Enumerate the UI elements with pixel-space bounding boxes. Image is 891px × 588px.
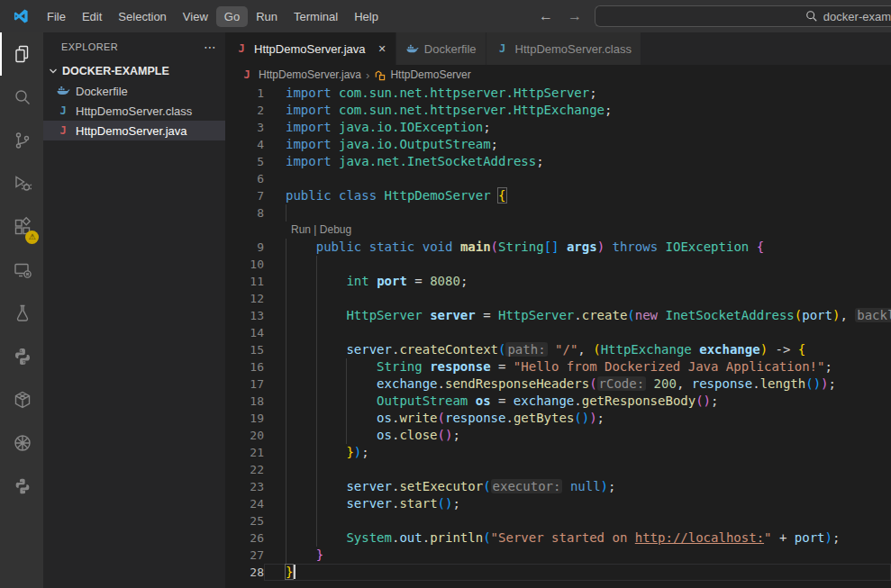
line-number[interactable]: 22 (225, 461, 264, 478)
code-line-content[interactable] (264, 324, 891, 341)
code-line[interactable]: 8 (225, 204, 891, 222)
code-line[interactable]: 21 }); (225, 444, 891, 461)
code-line-content[interactable]: import java.io.OutputStream; (264, 136, 891, 153)
code-line[interactable]: 1import com.sun.net.httpserver.HttpServe… (225, 85, 891, 102)
code-line[interactable]: 2import com.sun.net.httpserver.HttpExcha… (225, 102, 891, 119)
line-number[interactable]: 19 (225, 410, 264, 427)
python-env-icon[interactable] (0, 465, 43, 508)
code-line-content[interactable]: import com.sun.net.httpserver.HttpExchan… (264, 102, 891, 119)
file-httpdemoserver-class[interactable]: J HttpDemoServer.class (43, 101, 225, 121)
code-line-content[interactable]: import java.net.InetSocketAddress; (264, 153, 891, 170)
python-icon[interactable] (0, 335, 43, 378)
run-and-debug-icon[interactable] (0, 162, 43, 205)
line-number[interactable]: 24 (225, 495, 264, 512)
code-line-content[interactable] (264, 290, 891, 307)
code-line[interactable]: 19 os.write(response.getBytes()); (225, 410, 891, 427)
code-line[interactable]: 11 int port = 8080; (225, 273, 891, 290)
code-line-content[interactable]: } (264, 564, 891, 581)
code-line-content[interactable]: }); (264, 444, 891, 461)
line-number[interactable]: 25 (225, 512, 264, 529)
line-number[interactable]: 12 (225, 290, 264, 307)
code-line-content[interactable]: server.start(); (264, 495, 891, 512)
line-number[interactable]: 15 (225, 341, 264, 358)
line-number[interactable]: 2 (225, 102, 264, 119)
tab-httpdemoserver-class[interactable]: J HttpDemoServer.class (486, 32, 641, 65)
tab-dockerfile[interactable]: Dockerfile (396, 32, 486, 65)
code-line[interactable]: 7public class HttpDemoServer { (225, 187, 891, 204)
code-line[interactable]: 5import java.net.InetSocketAddress; (225, 153, 891, 170)
code-line-content[interactable]: int port = 8080; (264, 273, 891, 290)
line-number[interactable]: 6 (225, 170, 264, 187)
explorer-icon[interactable] (0, 32, 43, 76)
code-line[interactable]: 18 OutputStream os = exchange.getRespons… (225, 393, 891, 410)
more-actions-icon[interactable]: ⋯ (204, 40, 216, 54)
line-number[interactable]: 8 (225, 204, 264, 222)
code-line-content[interactable]: server.setExecutor(executor: null); (264, 478, 891, 495)
extensions-icon[interactable]: ⚠ (0, 205, 43, 249)
line-number[interactable]: 9 (225, 239, 264, 256)
codelens-run-debug[interactable]: Run | Debug (291, 222, 351, 239)
breadcrumb-file[interactable]: HttpDemoServer.java (259, 68, 361, 81)
code-line-content[interactable]: } (264, 547, 891, 564)
code-line[interactable]: 28} (225, 564, 891, 581)
code-line[interactable]: 10 (225, 256, 891, 273)
line-number[interactable]: 5 (225, 153, 264, 170)
menu-help[interactable]: Help (346, 6, 386, 27)
code-line[interactable]: 3import java.io.IOException; (225, 119, 891, 136)
line-number[interactable]: 27 (225, 547, 264, 564)
forward-arrow-icon[interactable]: → (568, 8, 582, 24)
line-number[interactable]: 13 (225, 307, 264, 324)
code-area[interactable]: 1import com.sun.net.httpserver.HttpServe… (225, 85, 891, 588)
codelens-row[interactable]: Run | Debug (225, 222, 891, 239)
line-number[interactable]: 18 (225, 393, 264, 410)
code-line-content[interactable]: public static void main(String[] args) t… (264, 239, 891, 256)
code-line[interactable]: 9 public static void main(String[] args)… (225, 239, 891, 256)
code-line-content[interactable] (264, 204, 891, 222)
source-control-icon[interactable] (0, 119, 43, 162)
line-number[interactable]: 26 (225, 529, 264, 547)
menu-selection[interactable]: Selection (110, 6, 174, 27)
code-line-content[interactable]: String response = "Hello from Dockerized… (264, 358, 891, 375)
code-line-content[interactable] (264, 256, 891, 273)
menu-terminal[interactable]: Terminal (286, 6, 346, 27)
tab-httpdemoserver-java[interactable]: J HttpDemoServer.java ✕ (225, 32, 396, 65)
line-number[interactable]: 21 (225, 444, 264, 461)
code-line[interactable]: 20 os.close(); (225, 427, 891, 444)
code-line[interactable]: 6 (225, 170, 891, 187)
menu-run[interactable]: Run (248, 6, 286, 27)
line-number[interactable]: 23 (225, 478, 264, 495)
file-dockerfile[interactable]: Dockerfile (43, 81, 225, 101)
docker-icon[interactable] (0, 378, 43, 421)
command-center-search[interactable]: docker-exam (595, 5, 891, 27)
line-number[interactable]: 14 (225, 324, 264, 341)
breadcrumb-symbol[interactable]: HttpDemoServer (390, 68, 470, 81)
code-line-content[interactable] (264, 170, 891, 187)
code-line-content[interactable]: os.close(); (264, 427, 891, 444)
menu-view[interactable]: View (175, 6, 216, 27)
kubernetes-icon[interactable] (0, 421, 43, 465)
code-line[interactable]: 16 String response = "Hello from Dockeri… (225, 358, 891, 375)
menu-file[interactable]: File (39, 6, 74, 27)
menu-edit[interactable]: Edit (74, 6, 110, 27)
code-line-content[interactable] (264, 461, 891, 478)
menu-go[interactable]: Go (216, 6, 248, 27)
testing-icon[interactable] (0, 292, 43, 335)
code-line[interactable]: 15 server.createContext(path: "/", (Http… (225, 341, 891, 358)
code-line-content[interactable]: public class HttpDemoServer { (264, 187, 891, 204)
back-arrow-icon[interactable]: ← (539, 8, 553, 24)
code-line-content[interactable]: import java.io.IOException; (264, 119, 891, 136)
code-line-content[interactable]: import com.sun.net.httpserver.HttpServer… (264, 85, 891, 102)
code-line-content[interactable]: server.createContext(path: "/", (HttpExc… (264, 341, 891, 358)
code-line[interactable]: 27 } (225, 547, 891, 564)
code-line[interactable]: 26 System.out.println("Server started on… (225, 529, 891, 547)
code-line-content[interactable]: os.write(response.getBytes()); (264, 410, 891, 427)
code-line[interactable]: 12 (225, 290, 891, 307)
line-number[interactable]: 7 (225, 187, 264, 204)
close-icon[interactable]: ✕ (378, 43, 386, 55)
code-line-content[interactable]: exchange.sendResponseHeaders(rCode: 200,… (264, 375, 891, 393)
folder-docker-example[interactable]: DOCKER-EXAMPLE (43, 61, 225, 81)
line-number[interactable]: 17 (225, 375, 264, 393)
line-number[interactable]: 20 (225, 427, 264, 444)
code-line-content[interactable]: OutputStream os = exchange.getResponseBo… (264, 393, 891, 410)
search-sidebar-icon[interactable] (0, 76, 43, 119)
